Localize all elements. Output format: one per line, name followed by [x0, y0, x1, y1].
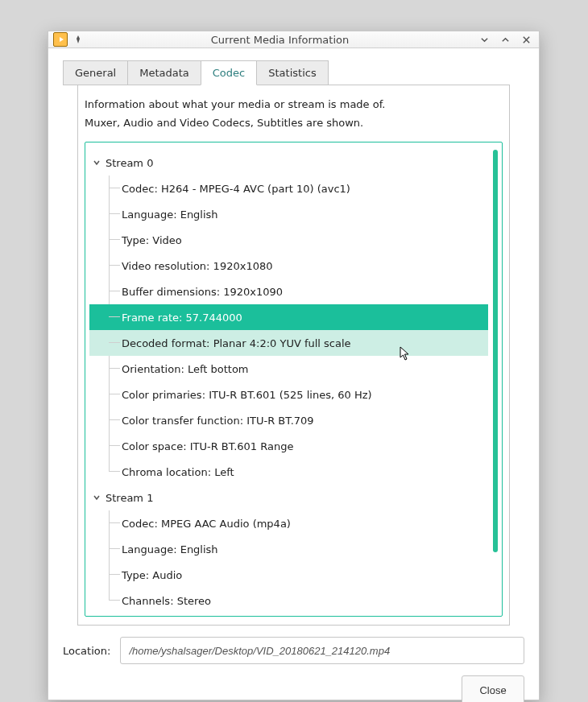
- tab-codec[interactable]: Codec: [201, 60, 257, 85]
- chevron-down-icon[interactable]: [91, 157, 102, 168]
- stream-property[interactable]: Decoded format: Planar 4:2:0 YUV full sc…: [89, 330, 488, 356]
- stream-property-text: Type: Video: [122, 234, 182, 246]
- tab-statistics[interactable]: Statistics: [256, 60, 328, 85]
- stream-property-text: Frame rate: 57.744000: [122, 312, 242, 324]
- location-row: Location:: [63, 637, 524, 664]
- footer: Location: Close: [48, 626, 539, 702]
- codec-panel: Information about what your media or str…: [77, 85, 510, 626]
- stream-property-text: Buffer dimensions: 1920x1090: [122, 286, 283, 298]
- close-button-footer[interactable]: Close: [462, 675, 524, 702]
- stream-property-text: Type: Audio: [122, 569, 182, 581]
- stream-property[interactable]: Channels: Stereo: [89, 588, 488, 613]
- stream-property[interactable]: Buffer dimensions: 1920x1090: [89, 279, 488, 304]
- chevron-down-icon[interactable]: [91, 492, 102, 503]
- description-line1: Information about what your media or str…: [85, 98, 503, 110]
- location-input[interactable]: [120, 637, 524, 664]
- stream-property[interactable]: Chroma location: Left: [89, 459, 488, 485]
- stream-header[interactable]: Stream 0: [89, 150, 488, 176]
- stream-property[interactable]: Color space: ITU-R BT.601 Range: [89, 433, 488, 459]
- stream-property-text: Codec: MPEG AAC Audio (mp4a): [122, 518, 291, 530]
- stream-property[interactable]: Video resolution: 1920x1080: [89, 253, 488, 279]
- stream-property-text: Orientation: Left bottom: [122, 363, 249, 375]
- stream-property-text: Color space: ITU-R BT.601 Range: [122, 440, 293, 452]
- maximize-button[interactable]: [497, 31, 513, 47]
- window-controls: [476, 31, 534, 47]
- window-title: Current Media Information: [84, 34, 476, 46]
- stream-property-text: Chroma location: Left: [122, 466, 234, 478]
- stream-header[interactable]: Stream 1: [89, 485, 488, 510]
- stream-property-text: Color primaries: ITU-R BT.601 (525 lines…: [122, 389, 372, 401]
- tab-general[interactable]: General: [63, 60, 128, 85]
- stream-children: Codec: H264 - MPEG-4 AVC (part 10) (avc1…: [89, 176, 488, 485]
- titlebar: Current Media Information: [48, 31, 539, 48]
- stream-property[interactable]: Color transfer function: ITU-R BT.709: [89, 407, 488, 433]
- tree-scrollbar[interactable]: [493, 150, 498, 552]
- stream-property[interactable]: Language: English: [89, 201, 488, 227]
- stream-property[interactable]: Color primaries: ITU-R BT.601 (525 lines…: [89, 382, 488, 407]
- vlc-icon: [53, 32, 68, 47]
- media-info-window: Current Media Information General Metada…: [48, 31, 540, 700]
- stream-property-text: Video resolution: 1920x1080: [122, 260, 272, 272]
- pin-icon[interactable]: [72, 34, 84, 45]
- stream-property-text: Decoded format: Planar 4:2:0 YUV full sc…: [122, 337, 351, 349]
- stream-label: Stream 1: [106, 492, 153, 504]
- location-label: Location:: [63, 645, 110, 657]
- stream-property[interactable]: Type: Audio: [89, 562, 488, 588]
- stream-property-text: Language: English: [122, 543, 218, 555]
- stream-label: Stream 0: [106, 157, 153, 169]
- stream-property[interactable]: Codec: H264 - MPEG-4 AVC (part 10) (avc1…: [89, 176, 488, 201]
- button-row: Close: [63, 675, 524, 702]
- stream-property-text: Color transfer function: ITU-R BT.709: [122, 415, 314, 427]
- stream-property[interactable]: Frame rate: 57.744000: [89, 304, 488, 330]
- stream-property[interactable]: Type: Video: [89, 227, 488, 253]
- tab-metadata[interactable]: Metadata: [127, 60, 201, 85]
- stream-tree[interactable]: Stream 0Codec: H264 - MPEG-4 AVC (part 1…: [87, 144, 500, 614]
- description-line2: Muxer, Audio and Video Codecs, Subtitles…: [85, 117, 503, 129]
- stream-tree-frame: Stream 0Codec: H264 - MPEG-4 AVC (part 1…: [85, 142, 503, 617]
- stream-property-text: Channels: Stereo: [122, 595, 211, 607]
- stream-property-text: Language: English: [122, 209, 218, 221]
- stream-property[interactable]: Orientation: Left bottom: [89, 356, 488, 382]
- stream-children: Codec: MPEG AAC Audio (mp4a)Language: En…: [89, 510, 488, 613]
- stream-property[interactable]: Codec: MPEG AAC Audio (mp4a): [89, 510, 488, 536]
- stream-property[interactable]: Language: English: [89, 536, 488, 562]
- tabs-wrap: General Metadata Codec Statistics Inform…: [48, 48, 539, 626]
- tab-bar: General Metadata Codec Statistics: [63, 60, 524, 85]
- minimize-button[interactable]: [476, 31, 492, 47]
- close-button[interactable]: [518, 31, 534, 47]
- stream-property-text: Codec: H264 - MPEG-4 AVC (part 10) (avc1…: [122, 183, 350, 195]
